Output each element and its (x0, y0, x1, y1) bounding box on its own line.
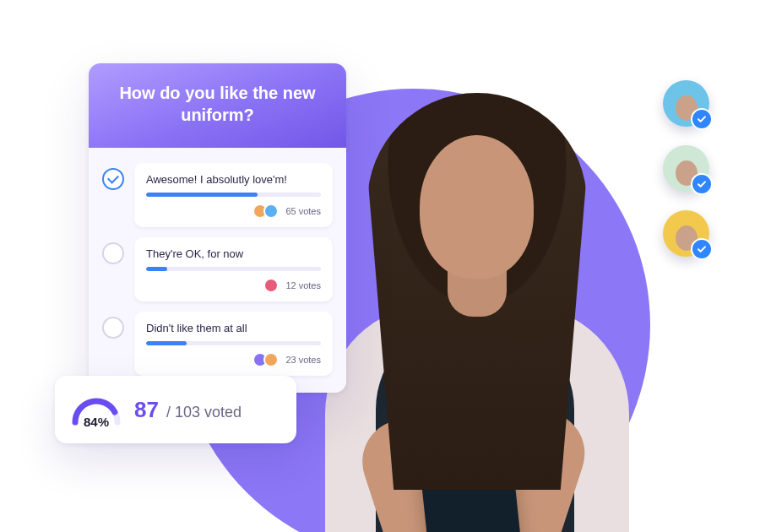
poll-bar-track (146, 267, 321, 271)
avatar (263, 352, 279, 367)
avatar (263, 204, 279, 219)
voter-avatars (252, 352, 279, 367)
voter-bubble (663, 145, 709, 192)
poll-option-meta: 65 votes (146, 204, 321, 219)
poll-option[interactable]: Awesome! I absolutly love'm!65 votes (102, 163, 333, 227)
poll-bar-fill (146, 267, 167, 271)
poll-option-label: Didn't like them at all (146, 322, 321, 334)
voter-avatars (252, 204, 279, 219)
poll-radio[interactable] (102, 242, 124, 264)
poll-option-label: Awesome! I absolutly love'm! (146, 173, 321, 186)
poll-options-list: Awesome! I absolutly love'm!65 votesThey… (89, 148, 346, 393)
voter-bubble (663, 80, 709, 127)
gauge-percent-label: 84% (70, 415, 122, 429)
avatar (263, 278, 279, 293)
poll-question: How do you like the new uniform? (89, 63, 346, 148)
poll-bar-fill (146, 193, 258, 197)
voted-count: 87 (134, 397, 159, 422)
poll-option-meta: 23 votes (146, 352, 321, 367)
vote-count-label: 23 votes (285, 355, 321, 365)
poll-option-card: Didn't like them at all23 votes (134, 312, 333, 376)
gauge-chart: 84% (70, 392, 122, 427)
check-badge-icon (691, 173, 713, 195)
poll-bar-track (146, 341, 321, 345)
poll-option-card: They're OK, for now12 votes (134, 237, 333, 301)
poll-bar-track (146, 193, 321, 197)
check-badge-icon (691, 108, 713, 130)
vote-count-label: 12 votes (285, 280, 321, 290)
vote-count-label: 65 votes (285, 206, 321, 216)
check-badge-icon (691, 238, 713, 260)
poll-option-label: They're OK, for now (146, 247, 321, 260)
vote-count-text: 87 / 103 voted (134, 397, 242, 423)
voter-bubble-column (663, 80, 709, 257)
poll-option-meta: 12 votes (146, 278, 321, 293)
voted-total: / 103 voted (162, 404, 242, 421)
voter-avatars (263, 278, 279, 293)
poll-radio[interactable] (102, 168, 124, 190)
poll-bar-fill (146, 341, 187, 345)
poll-card: How do you like the new uniform? Awesome… (89, 63, 346, 393)
voter-bubble (663, 210, 709, 257)
poll-option[interactable]: Didn't like them at all23 votes (102, 312, 333, 376)
poll-option-card: Awesome! I absolutly love'm!65 votes (134, 163, 333, 227)
promo-stage: How do you like the new uniform? Awesome… (0, 0, 760, 532)
poll-option[interactable]: They're OK, for now12 votes (102, 237, 333, 301)
poll-radio[interactable] (102, 317, 124, 339)
vote-stats-card: 84% 87 / 103 voted (55, 376, 296, 443)
